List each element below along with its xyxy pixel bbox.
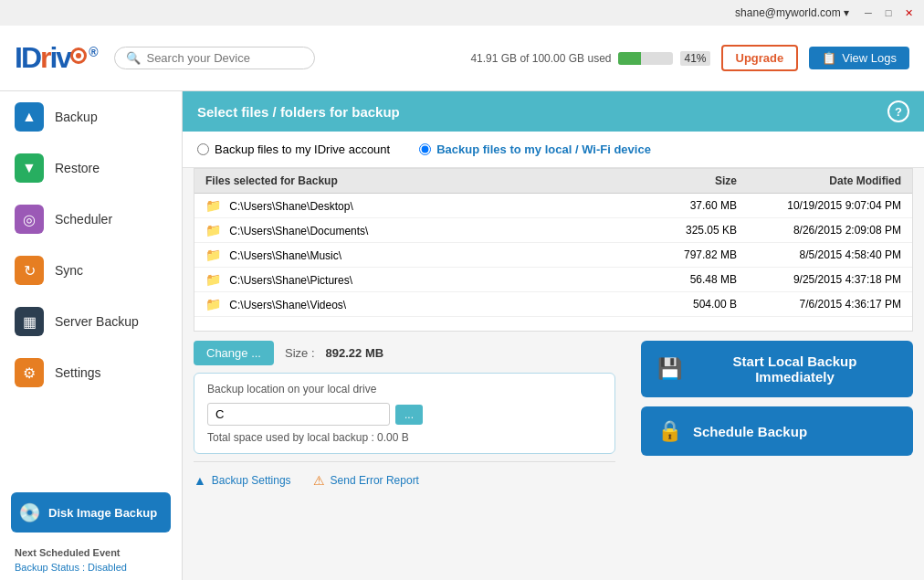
viewlogs-label: View Logs	[842, 51, 897, 65]
file-size: 37.60 MB	[636, 199, 737, 212]
table-row[interactable]: 📁 C:\Users\Shane\Desktop\ 37.60 MB 10/19…	[194, 194, 912, 218]
divider	[194, 461, 615, 462]
restore-icon: ▼	[15, 153, 44, 183]
sidebar-item-settings[interactable]: ⚙ Settings	[0, 347, 182, 398]
schedule-backup-button[interactable]: 🔒 Schedule Backup	[641, 406, 913, 456]
file-path-text: C:\Users\Shane\Desktop\	[229, 200, 352, 213]
browse-button[interactable]: ...	[395, 405, 423, 425]
file-size: 325.05 KB	[636, 224, 737, 237]
folder-icon: 📁	[205, 198, 221, 213]
sidebar-label-backup: Backup	[55, 110, 98, 124]
file-list: 📁 C:\Users\Shane\Desktop\ 37.60 MB 10/19…	[194, 194, 912, 331]
folder-icon: 📁	[205, 297, 221, 311]
radio-idrive-label: Backup files to my IDrive account	[215, 142, 390, 156]
file-size: 504.00 B	[636, 298, 737, 311]
disk-image-label: Disk Image Backup	[48, 506, 157, 520]
radio-idrive-account[interactable]: Backup files to my IDrive account	[197, 142, 390, 156]
scheduler-icon: ◎	[15, 205, 44, 234]
radio-local-input[interactable]	[419, 143, 431, 155]
bottom-links: ▲ Backup Settings ⚠ Send Error Report	[194, 469, 615, 491]
col-header-size: Size	[636, 174, 737, 187]
folder-icon: 📁	[205, 223, 221, 237]
sidebar: ▲ Backup ▼ Restore ◎ Scheduler ↻ Sync ▦ …	[0, 91, 183, 580]
upgrade-button[interactable]: Upgrade	[721, 45, 799, 71]
progress-label: 41%	[680, 51, 709, 66]
radio-idrive-input[interactable]	[197, 143, 209, 155]
sidebar-label-settings: Settings	[55, 365, 101, 380]
schedule-backup-label: Schedule Backup	[693, 424, 807, 439]
table-row[interactable]: 📁 C:\Users\Shane\Pictures\ 56.48 MB 9/25…	[194, 268, 912, 292]
search-box[interactable]: 🔍	[114, 47, 315, 69]
sidebar-item-restore[interactable]: ▼ Restore	[0, 142, 182, 194]
col-header-date: Date Modified	[737, 174, 901, 187]
minimize-button[interactable]: ─	[860, 5, 877, 21]
progress-bar-fill	[618, 52, 641, 65]
sidebar-item-scheduler[interactable]: ◎ Scheduler	[0, 194, 182, 245]
sidebar-spacer	[0, 398, 182, 485]
location-input-row: ...	[207, 403, 602, 426]
start-backup-label: Start Local Backup Immediately	[693, 353, 897, 385]
left-panel: Change ... Size : 892.22 MB Backup locat…	[183, 341, 626, 491]
location-input[interactable]	[207, 403, 390, 426]
storage-info: 41.91 GB of 100.00 GB used 41%	[470, 51, 709, 66]
backup-settings-link[interactable]: ▲ Backup Settings	[194, 473, 291, 488]
file-path: 📁 C:\Users\Shane\Pictures\	[205, 272, 636, 287]
table-header: Files selected for Backup Size Date Modi…	[194, 169, 912, 194]
viewlogs-button[interactable]: 📋 View Logs	[809, 47, 909, 69]
file-path: 📁 C:\Users\Shane\Documents\	[205, 223, 636, 237]
maximize-button[interactable]: □	[880, 5, 897, 21]
file-date: 9/25/2015 4:37:18 PM	[737, 273, 901, 286]
right-panel: 💾 Start Local Backup Immediately 🔒 Sched…	[641, 341, 924, 491]
folder-icon: 📁	[205, 272, 221, 287]
folder-icon: 📁	[205, 248, 221, 262]
next-scheduled-event: Next Scheduled Event	[0, 540, 182, 562]
file-path-text: C:\Users\Shane\Pictures\	[229, 274, 352, 287]
backup-status[interactable]: Backup Status : Disabled	[0, 562, 182, 580]
table-row[interactable]: 📁 C:\Users\Shane\Videos\ 504.00 B 7/6/20…	[194, 292, 912, 317]
close-button[interactable]: ✕	[900, 5, 917, 21]
help-button[interactable]: ?	[887, 100, 909, 122]
content-title: Select files / folders for backup	[197, 104, 400, 120]
radio-local-device[interactable]: Backup files to my local / Wi-Fi device	[419, 142, 651, 156]
backup-settings-icon: ▲	[194, 473, 206, 488]
table-row[interactable]: 📁 C:\Users\Shane\Music\ 797.82 MB 8/5/20…	[194, 243, 912, 268]
file-date: 8/26/2015 2:09:08 PM	[737, 224, 901, 237]
backup-location-box: Backup location on your local drive ... …	[194, 373, 615, 454]
search-input[interactable]	[146, 51, 303, 65]
header: IDriv ® 🔍 41.91 GB of 100.00 GB used 41%…	[0, 26, 924, 91]
send-error-report-link[interactable]: ⚠ Send Error Report	[313, 473, 419, 488]
size-label: Size :	[285, 346, 315, 360]
file-date: 7/6/2015 4:36:17 PM	[737, 298, 901, 311]
header-right: 41.91 GB of 100.00 GB used 41% Upgrade 📋…	[470, 45, 909, 71]
disk-image-backup-button[interactable]: 💿 Disk Image Backup	[11, 492, 171, 533]
search-icon: 🔍	[126, 51, 141, 65]
size-value: 892.22 MB	[326, 346, 384, 360]
backup-settings-label: Backup Settings	[212, 474, 291, 487]
table-row[interactable]: 📁 C:\Users\Shane\Documents\ 325.05 KB 8/…	[194, 218, 912, 243]
sync-icon: ↻	[15, 256, 44, 285]
sidebar-label-server-backup: Server Backup	[55, 314, 139, 329]
sidebar-item-sync[interactable]: ↻ Sync	[0, 245, 182, 296]
logo-text: IDriv ®	[15, 41, 96, 75]
file-path: 📁 C:\Users\Shane\Videos\	[205, 297, 636, 311]
start-local-backup-button[interactable]: 💾 Start Local Backup Immediately	[641, 341, 913, 397]
schedule-backup-icon: 🔒	[657, 419, 682, 443]
send-error-label: Send Error Report	[331, 474, 419, 487]
file-path-text: C:\Users\Shane\Videos\	[229, 299, 346, 311]
sidebar-item-server-backup[interactable]: ▦ Server Backup	[0, 296, 182, 347]
titlebar-user: shane@myworld.com ▾	[735, 6, 849, 19]
file-path-text: C:\Users\Shane\Music\	[229, 249, 341, 262]
backup-destination-options: Backup files to my IDrive account Backup…	[183, 132, 924, 168]
viewlogs-icon: 📋	[822, 51, 836, 65]
storage-text: 41.91 GB of 100.00 GB used	[470, 52, 611, 65]
logo: IDriv ®	[15, 41, 96, 75]
file-size: 797.82 MB	[636, 248, 737, 261]
storage-progress-bar	[618, 52, 673, 65]
sidebar-item-backup[interactable]: ▲ Backup	[0, 91, 182, 142]
file-date: 10/19/2015 9:07:04 PM	[737, 199, 901, 212]
titlebar: shane@myworld.com ▾ ─ □ ✕	[0, 0, 924, 26]
bottom-section: Change ... Size : 892.22 MB Backup locat…	[183, 332, 924, 491]
change-button[interactable]: Change ...	[194, 341, 274, 365]
radio-local-label: Backup files to my local / Wi-Fi device	[436, 142, 651, 156]
backup-location-title: Backup location on your local drive	[207, 383, 602, 395]
